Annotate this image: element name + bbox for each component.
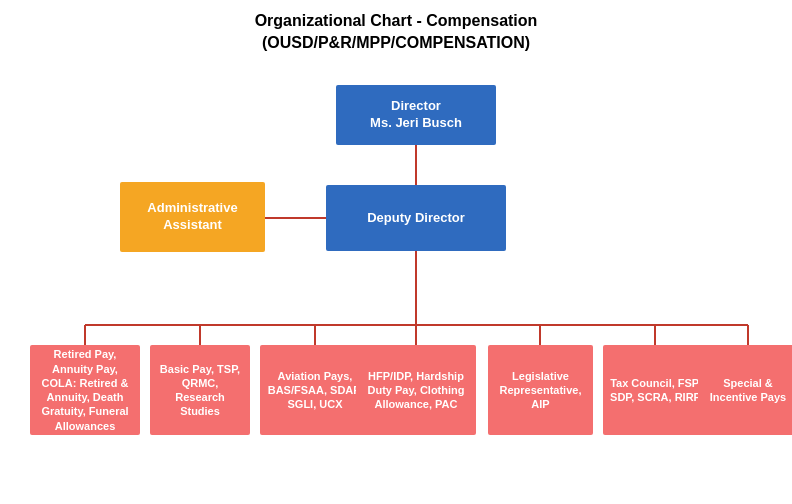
aviation-pays-box: Aviation Pays, BAS/FSAA, SDAP, SGLI, UCX (260, 345, 370, 435)
admin-assistant-box: Administrative Assistant (120, 182, 265, 252)
special-incentive-pays-box: Special & Incentive Pays (698, 345, 792, 435)
page: Organizational Chart - Compensation (OUS… (0, 0, 792, 504)
retired-pay-box: Retired Pay, Annuity Pay, COLA: Retired … (30, 345, 140, 435)
legislative-rep-box: Legislative Representative, AIP (488, 345, 593, 435)
tax-council-box: Tax Council, FSP, SDP, SCRA, RIRP (603, 345, 708, 435)
hfp-idp-box: HFP/IDP, Hardship Duty Pay, Clothing All… (356, 345, 476, 435)
director-box: Director Ms. Jeri Busch (336, 85, 496, 145)
deputy-director-box: Deputy Director (326, 185, 506, 251)
basic-pay-box: Basic Pay, TSP, QRMC, Research Studies (150, 345, 250, 435)
chart-area: Director Ms. Jeri Busch Deputy Director … (20, 65, 772, 485)
chart-title: Organizational Chart - Compensation (OUS… (20, 10, 772, 53)
